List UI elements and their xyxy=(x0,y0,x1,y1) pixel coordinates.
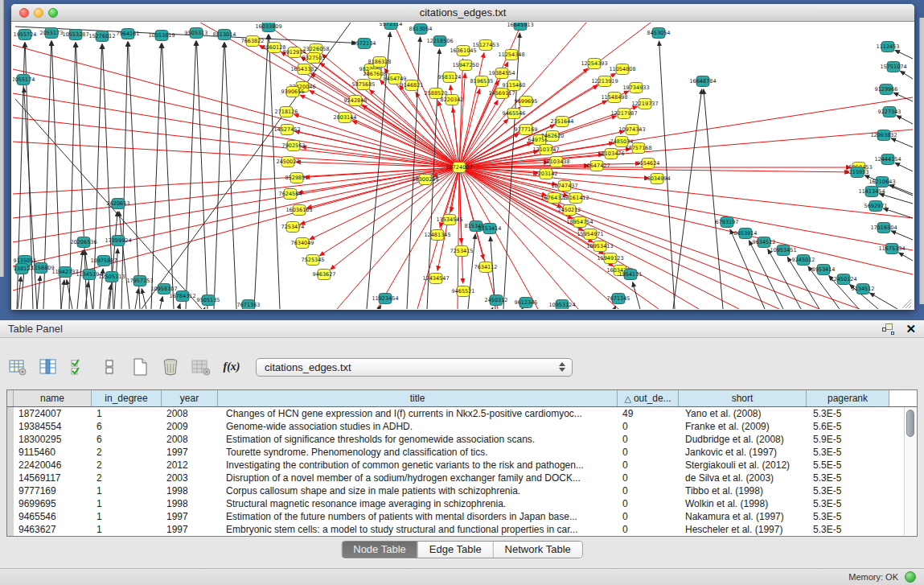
graph-node-label: 18300295 xyxy=(412,176,438,183)
graph-edge[interactable] xyxy=(179,304,180,309)
graph-edge[interactable] xyxy=(673,89,702,309)
graph-edge[interactable] xyxy=(13,167,459,266)
graph-node-label: 7253415 xyxy=(450,248,474,254)
graph-edge[interactable] xyxy=(870,293,897,309)
column-header-short[interactable]: short xyxy=(679,390,807,406)
network-canvas[interactable]: 1872400776638228860128891293423226058832… xyxy=(13,23,913,309)
new-table-icon[interactable] xyxy=(129,356,151,378)
column-header-title[interactable]: title xyxy=(218,390,618,406)
graph-edge[interactable] xyxy=(891,138,913,147)
show-columns-icon[interactable] xyxy=(37,356,60,378)
graph-edge[interactable] xyxy=(459,167,463,283)
graph-edge[interactable] xyxy=(13,167,459,242)
graph-node-label: 9227343 xyxy=(878,109,901,115)
tab-node-table[interactable]: Node Table xyxy=(342,542,417,558)
graph-edge[interactable] xyxy=(468,234,475,309)
graph-edge[interactable] xyxy=(160,297,162,309)
table-row[interactable]: 1938455462009Genome-wide association stu… xyxy=(7,420,917,433)
window-titlebar[interactable]: citations_edges.txt xyxy=(11,4,914,22)
graph-edge[interactable] xyxy=(900,71,913,79)
graph-edge[interactable] xyxy=(13,45,459,167)
table-cell: Disruption of a novel member of a sodium… xyxy=(218,472,618,484)
graph-node-label: 12218506 xyxy=(426,38,453,44)
graph-edge[interactable] xyxy=(889,185,913,194)
table-selector-value: citations_edges.txt xyxy=(265,361,351,373)
graph-node-label: 9245012 xyxy=(792,257,815,263)
rows-icon[interactable] xyxy=(98,356,121,378)
graph-edge[interactable] xyxy=(121,42,128,309)
graph-node-label: 18757168 xyxy=(625,145,651,151)
graph-edge[interactable] xyxy=(459,101,498,167)
float-panel-icon[interactable] xyxy=(882,323,894,335)
graph-edge[interactable] xyxy=(492,307,493,309)
graph-edge[interactable] xyxy=(214,43,224,309)
graph-edge[interactable] xyxy=(459,167,913,274)
graph-node-label: 9138127 xyxy=(13,266,33,272)
table-row[interactable]: 946362711997Embryonic stem cells: a mode… xyxy=(7,523,917,536)
graph-edge[interactable] xyxy=(61,280,64,309)
column-header-name[interactable]: name xyxy=(14,390,92,406)
graph-edge[interactable] xyxy=(633,282,640,309)
graph-edge[interactable] xyxy=(224,43,236,309)
select-columns-icon[interactable] xyxy=(68,356,90,378)
table-row[interactable]: 1872400712008Changes of HCN gene express… xyxy=(7,407,917,420)
graph-edge[interactable] xyxy=(13,167,459,218)
graph-edge[interactable] xyxy=(18,277,21,309)
graph-node-label: 14569117 xyxy=(488,90,515,97)
graph-edge[interactable] xyxy=(895,163,913,171)
graph-edge[interactable] xyxy=(899,253,913,261)
graph-edge[interactable] xyxy=(142,23,351,309)
table-row[interactable]: 2242004622012Investigating the contribut… xyxy=(7,459,917,472)
table-row[interactable]: 946554611997Estimation of the future num… xyxy=(7,510,917,523)
graph-edge[interactable] xyxy=(459,130,913,167)
graph-edge[interactable] xyxy=(128,42,140,309)
graph-edge[interactable] xyxy=(897,116,913,124)
table-row[interactable]: 969969511998Structural magnetic resonanc… xyxy=(7,497,917,510)
graph-edge[interactable] xyxy=(196,41,207,309)
graph-edge[interactable] xyxy=(37,276,40,309)
graph-edge[interactable] xyxy=(135,289,138,309)
table-row[interactable]: 1456911722003Disruption of a novel membe… xyxy=(7,472,917,484)
table-row[interactable]: 911546021997Tourette syndrome. Phenomeno… xyxy=(7,446,917,459)
graph-edge[interactable] xyxy=(162,43,174,309)
graph-edge[interactable] xyxy=(459,167,779,309)
graph-edge[interactable] xyxy=(77,250,83,309)
table-row[interactable]: 977716911998Corpus callosum shape and si… xyxy=(7,484,917,497)
table-row[interactable]: 1830029562008Estimation of significance … xyxy=(7,433,917,446)
vertical-scrollbar[interactable] xyxy=(904,407,916,535)
close-panel-icon[interactable]: ✕ xyxy=(906,323,916,335)
column-header-in_degree[interactable]: in_degree xyxy=(92,390,162,406)
table-cell: Stergiakouli et al. (2012) xyxy=(679,459,807,472)
graph-edge[interactable] xyxy=(186,41,196,309)
memory-status-label: Memory: OK xyxy=(848,569,898,585)
function-builder-icon[interactable]: f(x) xyxy=(220,356,243,378)
graph-node-label: 8327505 xyxy=(302,55,326,61)
graph-edge[interactable] xyxy=(459,119,508,167)
graph-node-label: 9115460 xyxy=(503,82,526,89)
tab-edge-table[interactable]: Edge Table xyxy=(417,542,493,558)
graph-edge[interactable] xyxy=(254,35,268,309)
graph-node-label: 9135051 xyxy=(14,257,37,264)
graph-edge[interactable] xyxy=(895,50,913,59)
graph-edge[interactable] xyxy=(704,89,723,309)
resize-grip[interactable] xyxy=(902,299,911,308)
graph-node-label: 12103747 xyxy=(532,146,559,153)
graph-node-label: 9146821 xyxy=(400,82,424,89)
table-mode-icon[interactable] xyxy=(6,356,29,378)
graph-edge[interactable] xyxy=(102,44,113,309)
column-header-out_de[interactable]: △out_de... xyxy=(618,390,679,406)
delete-icon[interactable] xyxy=(159,356,182,378)
graph-edge[interactable] xyxy=(377,167,459,309)
column-header-pagerank[interactable]: pagerank xyxy=(807,390,889,406)
table-selector-dropdown[interactable]: citations_edges.txt xyxy=(256,358,573,377)
graph-edge[interactable] xyxy=(269,35,280,309)
graph-edge[interactable] xyxy=(614,306,615,309)
graph-edge[interactable] xyxy=(204,307,205,309)
graph-edge[interactable] xyxy=(459,167,860,309)
scrollbar-thumb[interactable] xyxy=(906,410,914,437)
column-header-year[interactable]: year xyxy=(162,390,218,406)
graph-edge[interactable] xyxy=(891,231,913,240)
graph-node-label: 8813054 xyxy=(409,26,433,32)
tab-network-table[interactable]: Network Table xyxy=(493,542,582,558)
graph-edge[interactable] xyxy=(21,269,24,309)
